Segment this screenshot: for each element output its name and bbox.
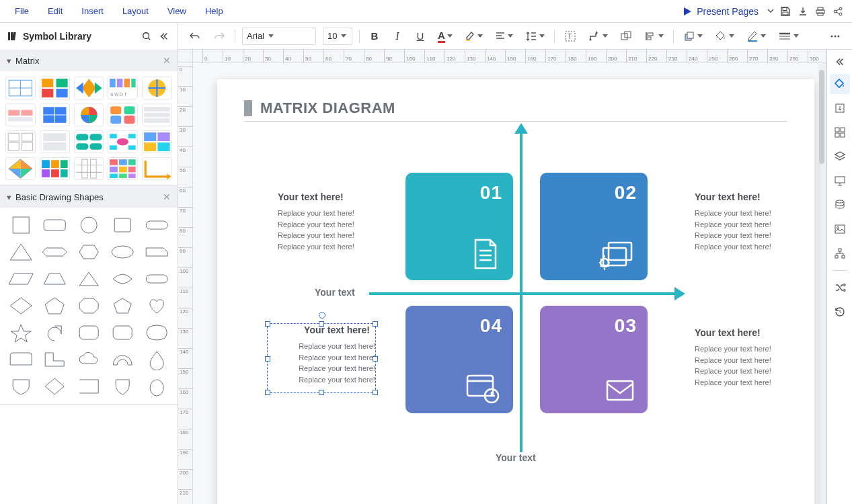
matrix-template[interactable] — [74, 103, 104, 126]
order-button[interactable] — [681, 27, 705, 46]
shape-parallelogram[interactable] — [7, 268, 35, 290]
shape-hexagon-wide[interactable] — [40, 241, 69, 263]
shape-lens[interactable] — [108, 268, 137, 290]
library-collapse-button[interactable] — [157, 30, 171, 43]
axis-x-label[interactable]: Your text — [315, 287, 355, 298]
matrix-template[interactable] — [5, 103, 36, 126]
menu-help[interactable]: Help — [196, 2, 233, 20]
font-color-button[interactable]: A — [435, 27, 455, 46]
matrix-template[interactable] — [142, 103, 172, 126]
pane-basic-header[interactable]: ▾ Basic Drawing Shapes ✕ — [0, 186, 178, 208]
text-frame-button[interactable]: T — [561, 27, 579, 46]
shape-tab[interactable] — [7, 349, 35, 370]
shape-arc[interactable] — [108, 349, 137, 370]
shape-shield2[interactable] — [108, 376, 137, 397]
pane-basic-close[interactable]: ✕ — [163, 192, 171, 202]
pane-matrix-header[interactable]: ▾ Matrix ✕ — [0, 50, 178, 71]
highlight-button[interactable] — [462, 27, 486, 46]
shape-shield[interactable] — [7, 376, 35, 397]
group-button[interactable] — [617, 27, 635, 46]
matrix-template[interactable] — [74, 157, 104, 180]
textbox-3[interactable]: Your text here! Replace your text here! … — [695, 327, 816, 388]
matrix-template[interactable] — [40, 77, 70, 99]
rail-data-button[interactable] — [830, 195, 850, 215]
matrix-template[interactable] — [5, 77, 36, 99]
shape-rounded-rect[interactable] — [40, 214, 69, 236]
line-style-button[interactable] — [775, 27, 802, 46]
shape-pentagon2[interactable] — [108, 295, 137, 317]
resize-handle-n[interactable] — [319, 321, 324, 327]
horizontal-ruler[interactable]: 0102030405060708090100110120130140150160… — [193, 50, 826, 63]
vertical-scrollbar[interactable] — [818, 63, 826, 504]
save-button[interactable] — [777, 3, 794, 20]
print-button[interactable] — [812, 3, 829, 20]
shape-egg[interactable] — [143, 376, 171, 397]
menu-file[interactable]: File — [5, 2, 38, 20]
matrix-template[interactable] — [40, 103, 70, 126]
shape-heart[interactable] — [143, 295, 171, 317]
redo-button[interactable] — [210, 27, 228, 46]
rail-collapse-button[interactable] — [830, 54, 850, 70]
resize-handle-se[interactable] — [373, 390, 378, 395]
matrix-template[interactable] — [5, 130, 36, 153]
resize-handle-w[interactable] — [265, 356, 270, 362]
shape-circle[interactable] — [75, 214, 103, 236]
matrix-template[interactable] — [108, 103, 138, 126]
rail-export-button[interactable] — [830, 98, 850, 118]
quadrant-1[interactable]: 01 — [405, 173, 513, 280]
fill-button[interactable] — [712, 27, 737, 46]
rail-grid-button[interactable] — [830, 122, 850, 142]
shape-trapezoid[interactable] — [40, 268, 69, 290]
menu-view[interactable]: View — [158, 2, 196, 20]
shape-ellipse[interactable] — [108, 241, 137, 263]
rail-layers-button[interactable] — [830, 146, 850, 167]
axis-vertical[interactable] — [520, 130, 522, 452]
download-button[interactable] — [794, 3, 812, 20]
resize-handle-s[interactable] — [319, 390, 324, 395]
font-size-select[interactable]: 10 — [323, 28, 352, 45]
rail-image-button[interactable] — [830, 219, 850, 239]
matrix-template[interactable] — [74, 77, 104, 99]
line-color-button[interactable] — [744, 27, 769, 46]
bold-button[interactable]: B — [366, 27, 383, 46]
textbox-2[interactable]: Your text here! Replace your text here! … — [695, 192, 816, 252]
rotate-handle[interactable] — [319, 312, 325, 319]
more-toolbar-button[interactable] — [826, 27, 844, 46]
quadrant-4[interactable]: 04 — [405, 306, 513, 413]
shape-pentagon[interactable] — [40, 295, 69, 317]
matrix-template[interactable] — [40, 130, 70, 153]
resize-handle-e[interactable] — [373, 356, 378, 362]
matrix-template[interactable]: S W O T — [108, 77, 138, 99]
shape-rect[interactable] — [108, 214, 137, 236]
shape-cloud[interactable] — [75, 349, 103, 370]
selection-outline[interactable] — [267, 323, 376, 393]
textbox-1[interactable]: Your text here! Replace your text here! … — [278, 192, 399, 252]
shape-diamond[interactable] — [7, 295, 35, 317]
canvas-viewport[interactable]: MATRIX DIAGRAM Your text Your text — [193, 63, 826, 504]
rail-sitemap-button[interactable] — [830, 243, 850, 263]
rail-fill-button[interactable] — [830, 74, 850, 94]
vertical-ruler[interactable]: 0102030405060708090100110120130140150160… — [178, 63, 193, 504]
shape-rounded-square[interactable] — [75, 322, 103, 343]
matrix-template[interactable] — [74, 130, 104, 153]
axis-horizontal[interactable] — [369, 292, 679, 295]
font-family-select[interactable]: Arial — [242, 28, 316, 45]
share-button[interactable] — [829, 3, 847, 20]
menu-edit[interactable]: Edit — [38, 2, 72, 20]
shape-octagon[interactable] — [75, 295, 103, 317]
align-objects-button[interactable] — [642, 27, 666, 46]
matrix-template[interactable] — [108, 130, 138, 153]
quadrant-3[interactable]: 03 — [540, 306, 648, 413]
shape-hexagon[interactable] — [75, 241, 103, 263]
shape-square[interactable] — [7, 214, 35, 236]
matrix-template[interactable] — [142, 157, 172, 180]
shape-star[interactable] — [7, 322, 35, 343]
matrix-template[interactable] — [142, 77, 172, 99]
shape-bevel[interactable] — [108, 322, 137, 343]
rail-present-button[interactable] — [830, 171, 850, 191]
matrix-template[interactable] — [40, 157, 70, 180]
shape-triangle[interactable] — [7, 241, 35, 263]
page[interactable]: MATRIX DIAGRAM Your text Your text — [217, 79, 814, 504]
undo-button[interactable] — [186, 27, 204, 46]
library-search-button[interactable] — [140, 30, 153, 43]
